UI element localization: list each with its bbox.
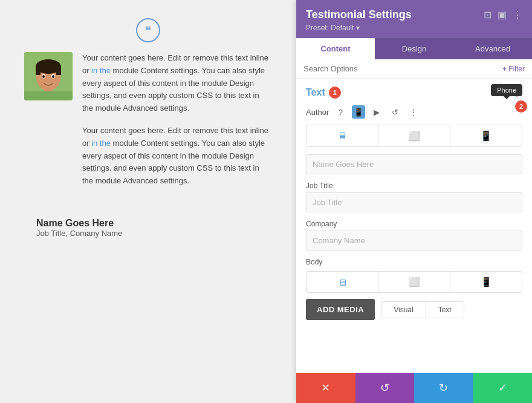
body-label: Body xyxy=(306,258,322,266)
search-input[interactable] xyxy=(303,64,498,73)
job-title-input[interactable] xyxy=(306,192,522,212)
body-device-mobile[interactable]: 📱 xyxy=(450,272,522,292)
help-icon[interactable]: ? xyxy=(334,105,347,119)
author-section: Name Goes Here Job Title, Comany Name xyxy=(24,218,272,238)
svg-rect-6 xyxy=(56,67,61,75)
visual-toggle[interactable]: Visual xyxy=(381,301,426,318)
redo-button[interactable]: ↻ xyxy=(414,373,473,403)
bottom-action-bar: ✕ ↺ ↻ ✓ xyxy=(296,373,532,403)
svg-point-9 xyxy=(42,75,45,78)
kebab-icon[interactable]: ⋮ xyxy=(406,105,420,119)
author-label: Author xyxy=(306,108,329,117)
preset-arrow[interactable]: ▾ xyxy=(356,24,360,32)
body-section-header: Body xyxy=(306,258,522,266)
expand-icon[interactable]: ⊡ xyxy=(484,9,491,21)
badge-1: 1 xyxy=(329,87,341,99)
testimonial-text: Your content goes here. Edit or remove t… xyxy=(82,52,272,188)
phone-icon[interactable]: 📱 xyxy=(352,105,365,119)
preview-author-meta: Job Title, Comany Name xyxy=(36,229,272,238)
save-button[interactable]: ✓ xyxy=(473,373,533,403)
quote-icon: ❝ xyxy=(136,18,160,42)
phone-tooltip: Phone xyxy=(491,84,522,96)
layout-icon[interactable]: ▣ xyxy=(498,9,507,21)
inline-link-2[interactable]: in the xyxy=(91,139,111,148)
panel-title-row: Testimonial Settings ⊡ ▣ ⋮ xyxy=(306,8,522,21)
search-bar: + Filter xyxy=(296,59,532,79)
svg-rect-5 xyxy=(36,67,41,75)
preview-panel: ❝ xyxy=(0,0,296,403)
panel-tabs: Content Design Advanced xyxy=(296,38,532,59)
add-media-button[interactable]: ADD MEDIA xyxy=(306,299,375,320)
body-device-selector: 🖥 ⬜ 📱 xyxy=(306,271,522,293)
badge-2: 2 xyxy=(515,100,527,113)
device-tablet[interactable]: ⬜ xyxy=(378,125,450,146)
name-field-group xyxy=(306,154,522,174)
company-label: Company xyxy=(306,220,522,228)
device-desktop[interactable]: 🖥 xyxy=(307,125,378,146)
body-device-tablet[interactable]: ⬜ xyxy=(378,272,450,292)
filter-button[interactable]: + Filter xyxy=(502,65,525,73)
text-toggle[interactable]: Text xyxy=(426,301,464,318)
author-photo xyxy=(24,52,73,100)
panel-title-icons: ⊡ ▣ ⋮ xyxy=(484,9,522,21)
panel-title: Testimonial Settings xyxy=(306,8,412,21)
svg-rect-11 xyxy=(24,91,73,100)
svg-point-10 xyxy=(52,75,54,78)
section-title-text: Text xyxy=(306,87,325,98)
inline-link-1[interactable]: in the xyxy=(91,66,111,75)
testimonial-content: Your content goes here. Edit or remove t… xyxy=(24,52,272,188)
company-input[interactable] xyxy=(306,231,522,251)
section-title: Text 1 xyxy=(306,87,341,99)
preset-label: Preset: Default xyxy=(306,24,354,32)
reset-icon[interactable]: ↺ xyxy=(388,105,401,119)
text-section-header: Text 1 ⋮ xyxy=(306,86,522,99)
undo-button[interactable]: ↺ xyxy=(355,373,415,403)
panel-header: Testimonial Settings ⊡ ▣ ⋮ Preset: Defau… xyxy=(296,0,532,38)
cancel-button[interactable]: ✕ xyxy=(296,373,355,403)
settings-panel: Testimonial Settings ⊡ ▣ ⋮ Preset: Defau… xyxy=(296,0,532,403)
company-field-group: Company xyxy=(306,220,522,251)
tooltip-text: Phone xyxy=(497,87,516,94)
cursor-icon[interactable]: ▶ xyxy=(370,105,383,119)
preview-author-name: Name Goes Here xyxy=(36,218,272,229)
name-input[interactable] xyxy=(306,154,522,174)
panel-content: Text 1 ⋮ Author ? 📱 ▶ ↺ ⋮ Phone 2 🖥 ⬜ 📱 xyxy=(296,79,532,373)
job-title-field-group: Job Title xyxy=(306,182,522,212)
tab-advanced[interactable]: Advanced xyxy=(453,38,532,59)
media-toggle-row: ADD MEDIA Visual Text xyxy=(306,299,522,326)
job-title-label: Job Title xyxy=(306,182,522,190)
device-mobile[interactable]: 📱 xyxy=(450,125,522,146)
author-row: Author ? 📱 ▶ ↺ ⋮ Phone 2 xyxy=(306,105,522,119)
device-selector: 🖥 ⬜ 📱 xyxy=(306,125,522,147)
preset-row: Preset: Default ▾ xyxy=(306,24,522,32)
more-icon[interactable]: ⋮ xyxy=(513,9,522,21)
tab-content[interactable]: Content xyxy=(296,38,375,59)
editor-toggle: Visual Text xyxy=(381,301,464,318)
body-device-desktop[interactable]: 🖥 xyxy=(307,272,378,292)
tab-design[interactable]: Design xyxy=(375,38,453,59)
